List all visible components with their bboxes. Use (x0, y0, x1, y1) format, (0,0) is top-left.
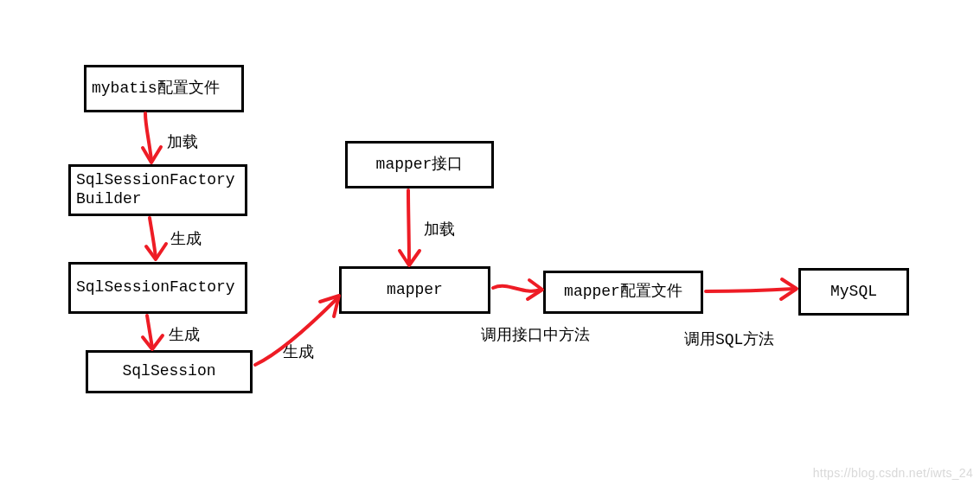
box-mysql-label: MySQL (806, 283, 901, 302)
box-mapper-config: mapper配置文件 (543, 271, 703, 314)
box-mapper-interface-label: mapper接口 (353, 156, 486, 175)
arrow-call-interface-head (528, 280, 542, 299)
arrow-gen1-line (150, 218, 156, 258)
arrow-load2-line (408, 190, 409, 264)
box-mapper-label: mapper (347, 281, 483, 300)
label-gen3: 生成 (283, 341, 314, 362)
label-call-interface: 调用接口中方法 (481, 324, 590, 345)
arrow-call-sql-line (706, 289, 794, 291)
box-mapper: mapper (339, 266, 490, 314)
label-gen2: 生成 (169, 324, 200, 345)
label-load2: 加载 (424, 219, 455, 239)
box-sqlsessionfactorybuilder: SqlSessionFactoryBuilder (68, 164, 247, 216)
box-mysql: MySQL (798, 268, 909, 316)
box-sqlsessionfactorybuilder-label: SqlSessionFactoryBuilder (76, 171, 240, 208)
arrow-load2-head (400, 251, 420, 265)
box-sqlsessionfactory-label: SqlSessionFactory (76, 278, 240, 297)
watermark-text: https://blog.csdn.net/iwts_24 (813, 466, 973, 480)
arrow-gen3-head (320, 296, 339, 316)
arrow-load1-head (143, 147, 161, 163)
arrow-gen2-head (143, 335, 163, 349)
arrow-call-interface-line (493, 286, 541, 291)
box-sqlsessionfactory: SqlSessionFactory (68, 262, 247, 314)
arrow-load1-line (145, 113, 151, 160)
box-sqlsession-label: SqlSession (93, 362, 245, 381)
box-mybatis-config: mybatis配置文件 (84, 65, 244, 112)
box-sqlsession: SqlSession (86, 350, 253, 393)
arrow-gen1-head (146, 244, 166, 259)
arrow-gen2-line (147, 316, 152, 348)
label-call-sql: 调用SQL方法 (684, 329, 774, 349)
box-mapper-config-label: mapper配置文件 (551, 283, 695, 302)
box-mybatis-config-label: mybatis配置文件 (92, 80, 236, 99)
label-load1: 加载 (167, 131, 198, 152)
label-gen1: 生成 (170, 228, 202, 249)
arrow-call-sql-head (781, 279, 797, 299)
box-mapper-interface: mapper接口 (345, 141, 494, 188)
